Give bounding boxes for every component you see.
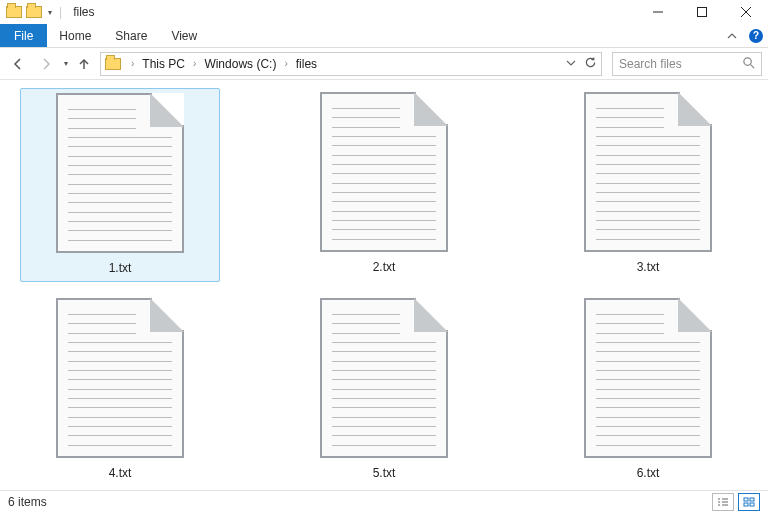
crumb-this-pc[interactable]: This PC <box>140 57 187 71</box>
window-title: files <box>73 5 94 19</box>
text-file-icon <box>56 93 184 253</box>
folder-open-icon <box>26 6 42 18</box>
crumb-files[interactable]: files <box>294 57 319 71</box>
text-file-icon <box>320 92 448 252</box>
svg-rect-1 <box>698 8 707 17</box>
titlebar: ▾ | files <box>0 0 768 24</box>
tab-share[interactable]: Share <box>103 24 159 47</box>
chevron-right-icon[interactable]: › <box>127 58 138 69</box>
tab-home[interactable]: Home <box>47 24 103 47</box>
text-file-icon <box>56 298 184 458</box>
svg-rect-13 <box>744 498 748 501</box>
text-file-icon <box>584 298 712 458</box>
minimize-button[interactable] <box>636 0 680 24</box>
chevron-right-icon[interactable]: › <box>189 58 200 69</box>
svg-line-6 <box>750 64 754 68</box>
qat-separator: | <box>56 5 65 19</box>
back-button[interactable] <box>6 52 30 76</box>
text-file-icon <box>584 92 712 252</box>
svg-point-5 <box>744 57 751 64</box>
ribbon-tabs: File Home Share View ? <box>0 24 768 48</box>
file-item[interactable]: 4.txt <box>20 294 220 486</box>
svg-rect-15 <box>744 503 748 506</box>
file-name: 4.txt <box>109 466 132 480</box>
file-name: 2.txt <box>373 260 396 274</box>
address-folder-icon <box>105 58 121 70</box>
search-input[interactable]: Search files <box>612 52 762 76</box>
crumb-drive-c[interactable]: Windows (C:) <box>202 57 278 71</box>
forward-button[interactable] <box>34 52 58 76</box>
icons-view-button[interactable] <box>738 493 760 511</box>
up-button[interactable] <box>72 52 96 76</box>
address-dropdown-icon[interactable] <box>566 57 576 71</box>
search-icon <box>742 56 755 72</box>
address-bar[interactable]: › This PC › Windows (C:) › files <box>100 52 602 76</box>
file-name: 6.txt <box>637 466 660 480</box>
status-text: 6 items <box>8 495 47 509</box>
details-view-button[interactable] <box>712 493 734 511</box>
file-name: 5.txt <box>373 466 396 480</box>
recent-locations-icon[interactable]: ▾ <box>64 59 68 68</box>
file-view[interactable]: 1.txt2.txt3.txt4.txt5.txt6.txt <box>0 80 768 490</box>
tab-view[interactable]: View <box>159 24 209 47</box>
text-file-icon <box>320 298 448 458</box>
file-name: 3.txt <box>637 260 660 274</box>
file-name: 1.txt <box>109 261 132 275</box>
qat-dropdown-icon[interactable]: ▾ <box>48 8 52 17</box>
status-bar: 6 items <box>0 490 768 512</box>
chevron-right-icon[interactable]: › <box>280 58 291 69</box>
file-item[interactable]: 3.txt <box>548 88 748 282</box>
search-placeholder: Search files <box>619 57 742 71</box>
file-tab[interactable]: File <box>0 24 47 47</box>
refresh-button[interactable] <box>584 56 597 72</box>
maximize-button[interactable] <box>680 0 724 24</box>
help-button[interactable]: ? <box>744 24 768 47</box>
svg-rect-16 <box>750 503 754 506</box>
file-item[interactable]: 6.txt <box>548 294 748 486</box>
file-item[interactable]: 1.txt <box>20 88 220 282</box>
close-button[interactable] <box>724 0 768 24</box>
file-item[interactable]: 5.txt <box>284 294 484 486</box>
file-item[interactable]: 2.txt <box>284 88 484 282</box>
folder-icon <box>6 6 22 18</box>
svg-rect-14 <box>750 498 754 501</box>
help-icon: ? <box>749 29 763 43</box>
navigation-bar: ▾ › This PC › Windows (C:) › files Searc… <box>0 48 768 80</box>
ribbon-collapse-icon[interactable] <box>720 24 744 47</box>
